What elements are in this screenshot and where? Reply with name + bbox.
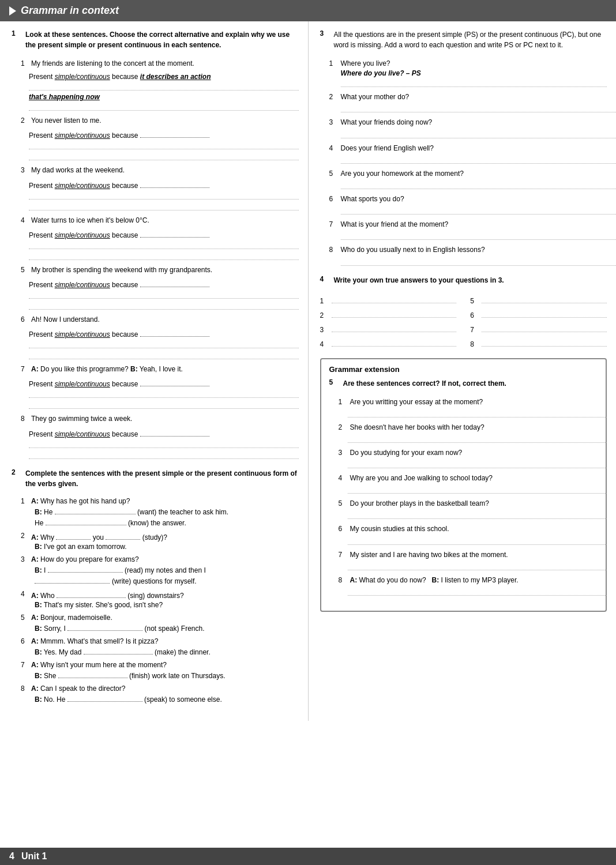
ex2-item-1: 1 A: Why has he got his hand up? B: He (… — [12, 497, 299, 527]
ex2-item-8: 8 A: Can I speak to the director? B: No.… — [12, 685, 299, 704]
ex4-row-7: 7 — [470, 322, 607, 334]
ex3-number: 3 — [320, 29, 329, 37]
ex4-number: 4 — [320, 275, 329, 283]
exercise-2: 2 Complete the sentences with the presen… — [12, 468, 299, 704]
exercise-1: 1 Look at these sentences. Choose the co… — [12, 29, 299, 459]
right-column: 3 All the questions are in the present s… — [309, 21, 617, 721]
ex5-item-1: 1 Are you writting your essay at the mom… — [329, 397, 598, 418]
ex3-item-5: 5 Are you your homework at the moment? — [320, 168, 607, 189]
ex4-row-2: 2 — [320, 308, 457, 320]
ex2-number: 2 — [12, 468, 21, 476]
triangle-icon — [9, 6, 16, 16]
ex4-row-3: 3 — [320, 322, 457, 334]
ex4-row-6: 6 — [470, 308, 607, 320]
exercise-3: 3 All the questions are in the present s… — [320, 29, 607, 266]
ex4-row-5: 5 — [470, 294, 607, 306]
ex2-item-4: 4 A: Who (sing) downstairs? B: That's my… — [12, 590, 299, 609]
ex1-item-3: 3 My dad works at the weekend. Present s… — [12, 165, 299, 210]
page-title: Grammar in context — [21, 5, 119, 17]
grammar-extension-title: Grammar extension — [329, 365, 598, 374]
ex3-item-4: 4 Does your friend English well? — [320, 143, 607, 164]
ex4-grid: 1 5 2 6 3 — [320, 294, 607, 349]
ex5-item-2: 2 She doesn't have her books with her to… — [329, 422, 598, 443]
ex2-item-5: 5 A: Bonjour, mademoiselle. B: Sorry, I … — [12, 614, 299, 633]
ex5-item-8: 8 A: What do you do now? B: I listen to … — [329, 575, 598, 596]
ex4-row-4: 4 — [320, 337, 457, 349]
ex3-item-3: 3 What your friends doing now? — [320, 117, 607, 138]
ex4-row-1: 1 — [320, 294, 457, 306]
exercise-4: 4 Write your own true answers to your qu… — [320, 275, 607, 349]
ex3-item-6: 6 What sports you do? — [320, 194, 607, 215]
page-footer: 4 Unit 1 — [0, 848, 616, 865]
exercise-5: 5 Are these sentences correct? If not, c… — [329, 378, 598, 596]
page-header: Grammar in context — [0, 0, 616, 21]
ex3-item-2: 2 What your mother do? — [320, 92, 607, 112]
ex2-item-3: 3 A: How do you prepare for exams? B: I … — [12, 555, 299, 585]
left-column: 1 Look at these sentences. Choose the co… — [0, 21, 309, 721]
ex4-row-8: 8 — [470, 337, 607, 349]
ex1-item-4: 4 Water turns to ice when it's below 0°C… — [12, 215, 299, 260]
ex1-item-6: 6 Ah! Now I understand. Present simple/c… — [12, 314, 299, 359]
ex1-number: 1 — [12, 29, 21, 37]
grammar-extension-box: Grammar extension 5 Are these sentences … — [320, 358, 607, 612]
ex1-item-1: 1 My friends are listening to the concer… — [12, 58, 299, 111]
ex1-intro: Look at these sentences. Choose the corr… — [25, 29, 299, 50]
ex1-item-5: 5 My brother is spending the weekend wit… — [12, 265, 299, 310]
ex1-item-7: 7 A: Do you like this programme? B: Yeah… — [12, 364, 299, 409]
ex5-item-3: 3 Do you studying for your exam now? — [329, 447, 598, 468]
ex2-item-7: 7 A: Why isn't your mum here at the mome… — [12, 661, 299, 680]
page-number: 4 — [9, 851, 14, 862]
ex5-number: 5 — [329, 378, 339, 386]
ex5-item-6: 6 My cousin studies at this school. — [329, 524, 598, 544]
ex3-item-8: 8 Who do you usually next to in English … — [320, 245, 607, 265]
main-content: 1 Look at these sentences. Choose the co… — [0, 21, 616, 721]
ex1-item-8: 8 They go swimming twice a week. Present… — [12, 413, 299, 458]
ex5-item-4: 4 Why are you and Joe walking to school … — [329, 473, 598, 494]
ex5-item-7: 7 My sister and I are having two bikes a… — [329, 550, 598, 570]
ex3-item-7: 7 What is your friend at the moment? — [320, 219, 607, 240]
ex3-item-1: 1 Where you live? Where do you live? – P… — [320, 58, 607, 87]
ex5-item-5: 5 Do your brother plays in the basketbal… — [329, 498, 598, 519]
ex1-item-2: 2 You never listen to me. Present simple… — [12, 115, 299, 160]
ex2-item-6: 6 A: Mmmm. What's that smell? Is it pizz… — [12, 637, 299, 656]
unit-label: Unit 1 — [21, 851, 47, 862]
ex2-item-2: 2 A: Why you (study)? B: I've got an exa… — [12, 532, 299, 551]
